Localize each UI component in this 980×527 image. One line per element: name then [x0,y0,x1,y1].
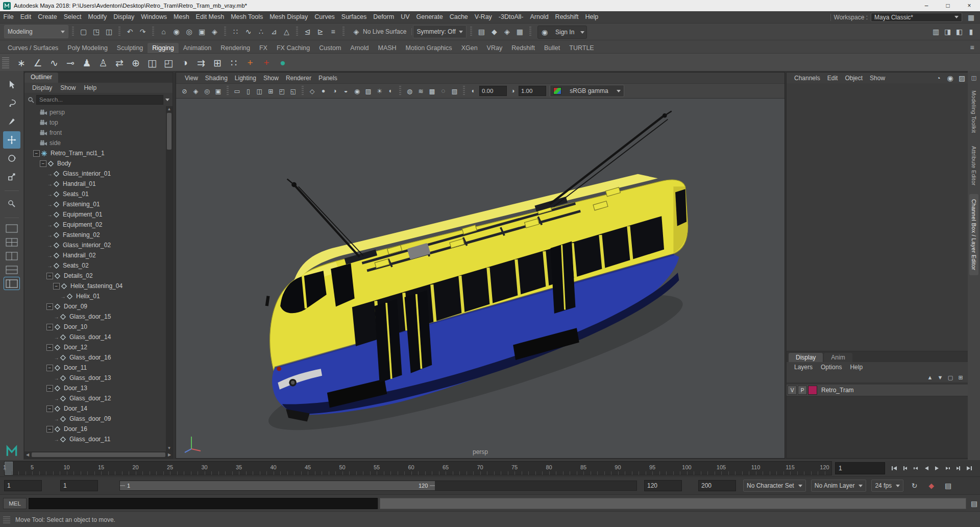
wireframe-icon[interactable]: ◇ [307,86,317,97]
layer-editor-tab[interactable]: Anim [824,353,852,362]
outliner-item[interactable]: Helix_01 [24,291,173,301]
outliner-item[interactable]: Glass_door_13 [24,373,173,383]
expander-icon[interactable] [60,294,66,299]
menu-item[interactable]: Redshift [552,11,582,23]
animation-start-field[interactable] [4,480,42,491]
go-to-end-button[interactable] [964,463,974,473]
move-tool-button[interactable] [3,131,20,149]
layer-move-down-icon[interactable]: ▼ [935,373,945,382]
expander-icon[interactable] [46,243,53,248]
command-input[interactable] [29,498,378,509]
remove-influence-icon[interactable]: + [258,55,275,71]
outliner-item[interactable]: Retro_Tram_ncl1_1 [24,148,173,158]
expander-icon[interactable] [46,222,53,228]
viewport-menu-item[interactable]: Renderer [282,75,315,82]
exposure-field[interactable] [479,86,507,96]
outliner-item[interactable]: Glass_interior_02 [24,240,173,250]
construction-history-icon[interactable]: ≡ [327,26,339,38]
toolbar-grip[interactable] [470,27,472,37]
orient-joint-icon[interactable]: ⊕ [128,55,144,71]
expander-icon[interactable] [46,303,53,310]
outliner-item[interactable]: Glass_interior_01 [24,169,173,179]
menu-item[interactable]: Edit [17,11,35,23]
shelf-tab[interactable]: Poly Modeling [63,43,112,53]
expander-icon[interactable] [33,150,40,157]
turtle-plugin-icon[interactable]: ● [275,55,291,71]
search-input[interactable] [36,95,163,105]
toolbar-grip[interactable] [342,27,345,37]
channel-box-menu-item[interactable]: Edit [824,75,842,82]
modeling-toolkit-toggle-icon[interactable]: ▥ [930,26,942,37]
paint-select-tool-button[interactable] [3,113,20,130]
outliner-item[interactable]: Equipment_01 [24,209,173,220]
outliner-item[interactable]: Glass_door_16 [24,352,173,363]
multisample-aa-icon[interactable]: ▩ [427,86,437,97]
outliner-item[interactable]: Details_02 [24,271,173,281]
close-button[interactable]: × [959,0,980,11]
expander-icon[interactable] [46,405,53,412]
snap-plane-icon[interactable]: ⊿ [268,26,280,38]
bookmark-icon[interactable]: ▣ [213,86,224,97]
make-live-icon[interactable]: △ [281,26,292,38]
outliner-item[interactable]: Door_16 [24,424,173,434]
expander-icon[interactable] [46,191,53,197]
menu-item[interactable]: Surfaces [338,11,370,23]
channel-box-menu-item[interactable]: Show [866,75,889,82]
live-surface-button[interactable]: ◈ No Live Surface [348,26,410,37]
viewport-menu-item[interactable]: View [181,75,202,82]
shelf-tab[interactable]: Rendering [216,43,255,53]
open-scene-icon[interactable]: ◳ [90,26,102,38]
field-chart-icon[interactable]: ⊞ [265,86,276,97]
two-pane-side-layout-button[interactable] [4,250,19,262]
menu-item[interactable]: V-Ray [471,11,495,23]
single-pane-layout-button[interactable] [4,222,19,234]
undo-icon[interactable]: ↶ [124,26,136,38]
outliner-item[interactable]: Door_10 [24,322,173,332]
render-current-frame-icon[interactable]: ◆ [488,26,500,38]
sidebar-vertical-tab[interactable]: Attribute Editor [969,141,978,191]
shelf-tab[interactable]: Rigging [148,43,178,53]
sign-in-button[interactable]: Sign In [552,29,577,36]
quick-rig-icon[interactable]: ♙ [95,55,111,71]
menu-item[interactable]: Generate [413,11,446,23]
sidebar-pin-icon[interactable]: ◫ [969,73,978,82]
view-transform-selector[interactable]: sRGB gamma [550,85,624,97]
tram-3d-model[interactable] [176,99,785,458]
outliner-item[interactable]: side [24,138,173,148]
toolbar-grip[interactable] [118,27,120,37]
minimize-button[interactable]: – [916,0,937,11]
toolbar-grip[interactable] [224,27,226,37]
resolution-gate-icon[interactable]: ▯ [243,86,254,97]
layer-editor-menu-item[interactable]: Options [817,364,845,371]
expander-icon[interactable] [53,334,60,340]
viewport-menu-item[interactable]: Shading [202,75,231,82]
four-pane-layout-button[interactable] [4,236,19,248]
expander-icon[interactable] [40,160,46,167]
expander-icon[interactable] [53,355,60,361]
outliner-item[interactable]: top [24,117,173,128]
toolbar-grip[interactable] [302,86,304,96]
outliner-item[interactable]: Glass_door_15 [24,312,173,322]
paint-skin-weights-icon[interactable]: ◑ [177,55,193,71]
viewport-menu-item[interactable]: Show [260,75,282,82]
Retro_Tram[interactable]: V P Retro_Tram [787,385,968,396]
safe-title-icon[interactable]: ◱ [288,86,299,97]
outliner-item[interactable]: Handrail_02 [24,250,173,260]
expander-icon[interactable] [53,283,60,290]
current-frame-field[interactable] [835,462,885,474]
select-tool-button[interactable] [3,76,20,93]
menu-item[interactable]: Arnold [527,11,552,23]
create-layer-from-selected-icon[interactable]: ⊞ [955,373,966,382]
outliner-item[interactable]: front [24,128,173,138]
outliner-item[interactable]: Body [24,158,173,169]
playback-start-field[interactable] [60,480,98,491]
shelf-tab[interactable]: FX Caching [272,43,314,53]
playback-range-bar[interactable]: 1 120 [120,481,435,490]
shelf-tab[interactable]: Arnold [346,43,373,53]
channel-box-menu-item[interactable]: Object [841,75,866,82]
outliner-item[interactable]: Seats_01 [24,189,173,199]
outliner-item[interactable]: Fastening_01 [24,199,173,209]
shaded-icon[interactable]: ● [318,86,329,97]
redo-icon[interactable]: ↷ [137,26,149,38]
select-component-icon[interactable]: ◎ [183,26,195,38]
